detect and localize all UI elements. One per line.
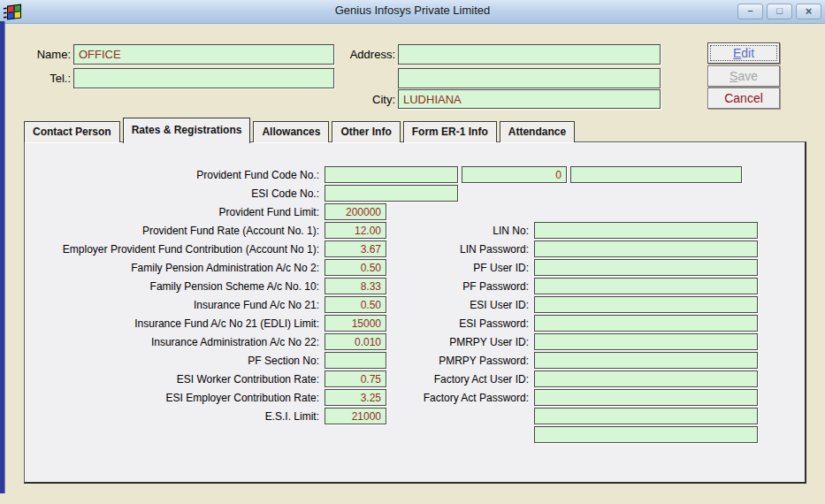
form-row: PF User ID: (377, 258, 761, 277)
maximize-button[interactable]: □ (767, 4, 792, 19)
esi-password-input[interactable] (534, 315, 758, 332)
address-input-2[interactable] (398, 68, 661, 88)
form-row: Provident Fund Code No.: (36, 165, 745, 184)
tab-contact-person[interactable]: Contact Person (24, 121, 120, 142)
pf-user-id-input[interactable] (534, 259, 758, 276)
lin-password-input[interactable] (534, 241, 758, 257)
pf-code-input-1[interactable] (325, 166, 458, 183)
form-row: LIN Password: (377, 240, 761, 258)
form-row (377, 425, 761, 444)
cancel-button[interactable]: Cancel (707, 88, 780, 109)
name-input[interactable] (73, 44, 334, 65)
extra-input-1[interactable] (534, 408, 758, 424)
factory-act-user-id-input[interactable] (534, 370, 758, 387)
form-row: PMRPY User ID: (377, 332, 761, 351)
tab-attendance[interactable]: Attendance (500, 121, 575, 142)
form-row: ESI User ID: (377, 295, 761, 314)
factory-act-password-input[interactable] (534, 389, 758, 406)
esi-code-input[interactable] (325, 185, 458, 202)
tab-other-info[interactable]: Other Info (332, 121, 400, 142)
tab-allowances[interactable]: Allowances (253, 121, 329, 142)
address-label: Address: (340, 48, 395, 61)
esi-user-id-input[interactable] (534, 296, 758, 313)
tel-label: Tel.: (18, 72, 71, 85)
window-title: Genius Infosys Private Limited (0, 4, 825, 17)
pmrpy-user-id-input[interactable] (534, 333, 758, 350)
form-row: Factory Act User ID: (377, 370, 761, 388)
minimize-icon: – (747, 6, 752, 16)
window-left-border (0, 21, 5, 493)
name-label: Name: (18, 48, 71, 61)
extra-input-2[interactable] (534, 426, 758, 443)
form-row: LIN No: (377, 221, 761, 240)
tab-bar: Contact Person Rates & Registrations All… (24, 118, 577, 142)
form-row: PMRPY Password: (377, 351, 761, 370)
address-input-1[interactable] (398, 44, 661, 65)
tel-input[interactable] (73, 68, 334, 88)
credentials-column: LIN No: LIN Password: PF User ID: PF Pas… (377, 221, 761, 444)
close-button[interactable]: × (796, 4, 821, 19)
form-row: PF Password: (377, 277, 761, 295)
application-window: Genius Infosys Private Limited – □ × Nam… (0, 0, 825, 504)
city-label: City: (340, 93, 395, 106)
form-row: Factory Act Password: (377, 388, 761, 407)
maximize-icon: □ (776, 6, 783, 16)
city-input[interactable] (398, 89, 661, 109)
edit-button[interactable]: Edit (707, 42, 780, 64)
form-row: ESI Code No.: (36, 184, 745, 202)
form-row: Provident Fund Limit: (36, 202, 745, 221)
window-controls: – □ × (737, 4, 821, 19)
tab-rates-registrations[interactable]: Rates & Registrations (123, 118, 251, 143)
lin-no-input[interactable] (534, 222, 758, 239)
save-button[interactable]: Save (707, 65, 780, 87)
minimize-button[interactable]: – (737, 4, 763, 19)
form-row: ESI Password: (377, 314, 761, 332)
close-icon: × (806, 5, 813, 17)
pf-limit-input[interactable] (325, 203, 386, 220)
title-bar: Genius Infosys Private Limited – □ × (0, 0, 825, 24)
rates-registrations-panel: Provident Fund Code No.: ESI Code No.: P… (24, 141, 806, 484)
pf-code-input-3[interactable] (570, 166, 742, 183)
pf-password-input[interactable] (534, 278, 758, 294)
tab-form-er1-info[interactable]: Form ER-1 Info (403, 121, 497, 142)
pf-code-input-2[interactable] (462, 166, 567, 183)
form-row (377, 407, 761, 425)
pmrpy-password-input[interactable] (534, 352, 758, 369)
